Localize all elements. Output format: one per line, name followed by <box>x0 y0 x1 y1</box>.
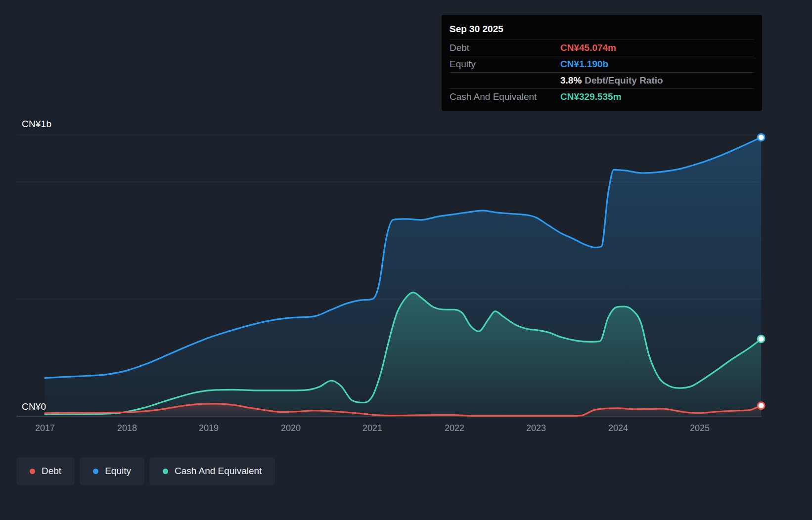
x-tick-2022: 2022 <box>439 423 470 433</box>
legend: Debt Equity Cash And Equivalent <box>16 457 275 485</box>
x-tick-2025: 2025 <box>684 423 716 433</box>
tooltip-row-equity: Equity CN¥1.190b <box>450 56 754 72</box>
legend-equity-label: Equity <box>105 466 131 477</box>
legend-cash-label: Cash And Equivalent <box>175 466 262 477</box>
debt-equity-ratio-percent: 3.8% <box>560 75 582 86</box>
x-tick-2019: 2019 <box>193 423 225 433</box>
tooltip-row-debt: Debt CN¥45.074m <box>450 40 754 56</box>
x-tick-2021: 2021 <box>357 423 388 433</box>
x-tick-2024: 2024 <box>602 423 634 433</box>
tooltip-debt-label: Debt <box>450 43 560 53</box>
y-axis-label-0: CN¥0 <box>22 401 46 412</box>
tooltip-row-cash: Cash And Equivalent CN¥329.535m <box>450 88 754 105</box>
x-tick-2023: 2023 <box>520 423 552 433</box>
x-tick-2020: 2020 <box>275 423 307 433</box>
legend-item-debt[interactable]: Debt <box>16 457 75 485</box>
equity-end-marker <box>758 134 765 141</box>
legend-item-cash[interactable]: Cash And Equivalent <box>149 457 275 485</box>
debt-series-dot-icon <box>30 469 35 474</box>
cash-series-dot-icon <box>163 469 168 474</box>
x-tick-2017: 2017 <box>29 423 61 433</box>
y-axis-label-1b: CN¥1b <box>22 119 51 130</box>
tooltip-panel: Sep 30 2025 Debt CN¥45.074m Equity CN¥1.… <box>442 15 762 111</box>
tooltip-date: Sep 30 2025 <box>450 20 754 40</box>
tooltip-debt-value: CN¥45.074m <box>560 43 754 53</box>
equity-series-dot-icon <box>93 469 98 474</box>
tooltip-equity-value: CN¥1.190b <box>560 59 754 70</box>
cash-end-marker <box>758 336 765 343</box>
legend-item-equity[interactable]: Equity <box>80 457 144 485</box>
tooltip-cash-label: Cash And Equivalent <box>450 91 560 102</box>
debt-end-marker <box>758 402 765 409</box>
legend-debt-label: Debt <box>42 466 61 477</box>
tooltip-equity-label: Equity <box>450 59 560 70</box>
tooltip-cash-value: CN¥329.535m <box>560 91 754 102</box>
debt-equity-ratio-label: Debt/Equity Ratio <box>585 75 663 86</box>
tooltip-row-ratio: 3.8%Debt/Equity Ratio <box>450 72 754 88</box>
tooltip-ratio-value: 3.8%Debt/Equity Ratio <box>560 75 754 86</box>
x-tick-2018: 2018 <box>111 423 143 433</box>
